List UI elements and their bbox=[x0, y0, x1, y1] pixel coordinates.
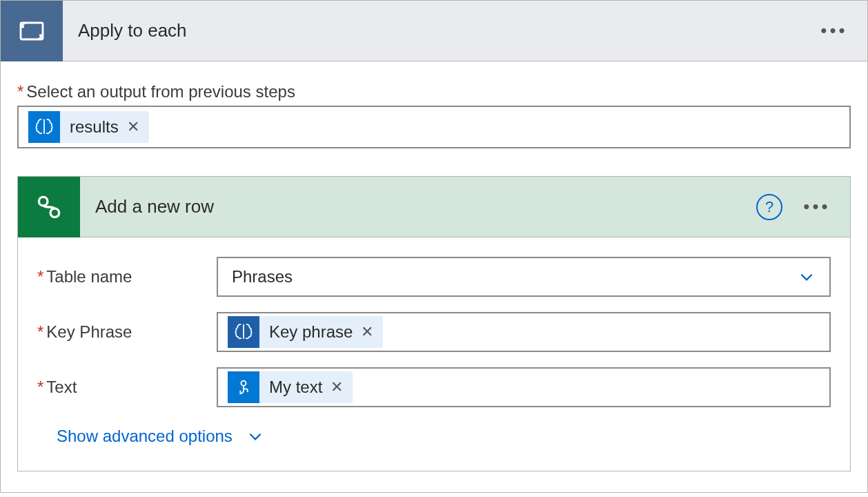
select-output-label: *Select an output from previous steps bbox=[17, 82, 851, 101]
my-text-token-label: My text bbox=[269, 378, 322, 397]
table-name-select[interactable]: Phrases bbox=[217, 257, 831, 297]
table-name-label: *Table name bbox=[37, 267, 217, 286]
chevron-down-icon bbox=[246, 427, 264, 445]
key-phrase-label: *Key Phrase bbox=[37, 322, 217, 342]
results-token[interactable]: results ✕ bbox=[28, 111, 149, 143]
required-star-icon: * bbox=[17, 82, 23, 101]
table-name-row: *Table name Phrases bbox=[37, 257, 831, 297]
dataverse-icon bbox=[18, 177, 80, 237]
apply-to-each-card: Apply to each ••• *Select an output from… bbox=[0, 0, 868, 493]
results-token-label: results bbox=[70, 117, 119, 137]
key-phrase-input[interactable]: Key phrase ✕ bbox=[217, 312, 831, 352]
close-icon[interactable]: ✕ bbox=[331, 378, 343, 396]
add-row-card: Add a new row ? ••• *Table name Phrases bbox=[17, 176, 851, 471]
required-star-icon: * bbox=[37, 322, 43, 341]
help-button[interactable]: ? bbox=[756, 194, 782, 220]
loop-icon bbox=[1, 1, 63, 61]
text-label: *Text bbox=[37, 378, 217, 397]
outer-more-button[interactable]: ••• bbox=[813, 10, 855, 52]
brain-icon bbox=[228, 316, 259, 348]
required-star-icon: * bbox=[37, 267, 43, 286]
close-icon[interactable]: ✕ bbox=[127, 118, 139, 136]
advanced-options-label: Show advanced options bbox=[57, 427, 233, 446]
key-phrase-row: *Key Phrase Key phrase bbox=[37, 312, 831, 352]
add-row-header[interactable]: Add a new row ? ••• bbox=[18, 177, 850, 237]
add-row-title: Add a new row bbox=[80, 196, 756, 217]
svg-rect-0 bbox=[21, 23, 43, 39]
show-advanced-options-link[interactable]: Show advanced options bbox=[57, 427, 264, 446]
touch-icon bbox=[228, 371, 259, 403]
table-name-value: Phrases bbox=[232, 267, 293, 286]
inner-more-button[interactable]: ••• bbox=[796, 186, 838, 228]
key-phrase-token[interactable]: Key phrase ✕ bbox=[228, 316, 383, 348]
close-icon[interactable]: ✕ bbox=[361, 323, 373, 341]
text-input[interactable]: My text ✕ bbox=[217, 367, 831, 407]
svg-point-3 bbox=[241, 381, 246, 386]
add-row-body: *Table name Phrases *Key Phrase bbox=[18, 237, 850, 471]
help-icon: ? bbox=[765, 198, 773, 216]
select-output-input[interactable]: results ✕ bbox=[17, 106, 851, 148]
required-star-icon: * bbox=[37, 378, 43, 396]
apply-to-each-body: *Select an output from previous steps re… bbox=[1, 61, 867, 492]
my-text-token[interactable]: My text ✕ bbox=[228, 371, 353, 403]
text-row: *Text My text ✕ bbox=[37, 367, 831, 407]
apply-to-each-header[interactable]: Apply to each ••• bbox=[1, 1, 867, 61]
brain-icon bbox=[28, 111, 60, 143]
apply-to-each-title: Apply to each bbox=[63, 20, 813, 41]
chevron-down-icon bbox=[798, 268, 816, 286]
key-phrase-token-label: Key phrase bbox=[269, 322, 353, 342]
